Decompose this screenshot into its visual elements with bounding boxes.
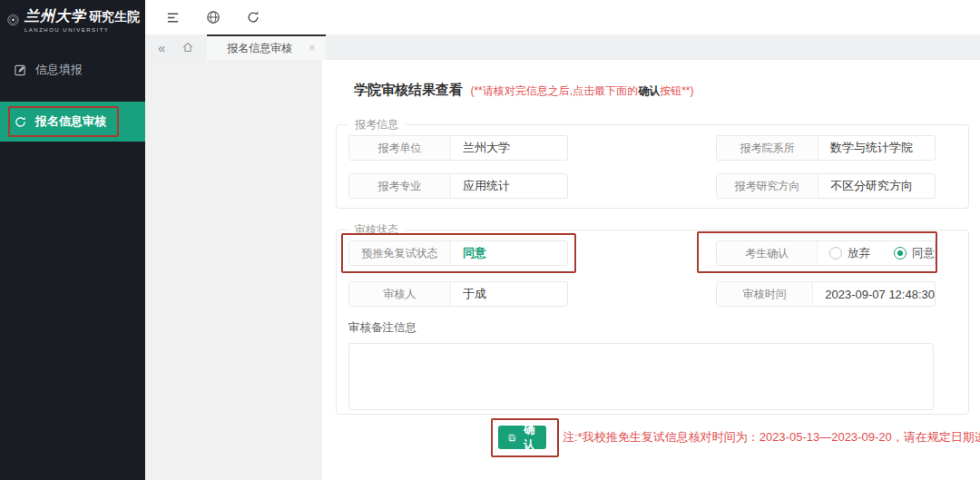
radio-agree[interactable]: 同意 (894, 246, 935, 261)
field-candidate-confirm: 考生确认 放弃 同意 (716, 240, 936, 266)
page-title: 学院审核结果查看 (354, 82, 463, 97)
tab-label: 报名信息审核 (227, 41, 292, 56)
home-icon[interactable] (181, 41, 194, 54)
collapse-tabs-icon[interactable]: « (158, 41, 165, 54)
pretest-status-value: 同意 (451, 241, 567, 265)
logo-en-name: LANZHOU UNIVERSITY (24, 27, 140, 33)
audit-status-legend: 审核状态 (348, 222, 406, 238)
audit-result-panel: 学院审核结果查看 (**请核对完信息之后,点击最下面的确认按钮**) 报考信息 … (322, 60, 980, 480)
collapse-menu-icon[interactable] (165, 10, 181, 25)
sidebar-item-info-fill[interactable]: 信息填报 (0, 53, 145, 87)
field-audit-time: 审核时间 2023-09-07 12:48:30 (716, 281, 936, 307)
globe-icon[interactable] (206, 10, 220, 24)
tab-audit[interactable]: 报名信息审核 × (207, 34, 326, 60)
sidebar-item-label: 报名信息审核 (35, 113, 106, 130)
remark-label: 审核备注信息 (348, 320, 968, 336)
apply-info-legend: 报考信息 (348, 117, 406, 132)
sidebar-item-audit[interactable]: 报名信息审核 (0, 102, 145, 142)
university-logo: 兰州大学研究生院 LANZHOU UNIVERSITY (0, 0, 145, 40)
sidebar-item-label: 信息填报 (35, 62, 83, 78)
footer-note: 注:*我校推免生复试信息核对时间为：2023-05-13—2023-09-20，… (563, 429, 980, 446)
sidebar-menu: 信息填报 报名信息审核 (0, 53, 145, 142)
apply-info-fieldset: 报考信息 报考单位 兰州大学 报考院系所 数学与统计学院 (336, 117, 969, 209)
top-toolbar (145, 0, 980, 34)
field-apply-department: 报考院系所 数学与统计学院 (716, 135, 936, 161)
field-apply-unit: 报考单位 兰州大学 (348, 135, 568, 161)
university-seal-icon (7, 5, 19, 34)
field-auditor: 审核人 于成 (348, 281, 568, 307)
field-pretest-status: 预推免复试状态 同意 (348, 240, 568, 266)
radio-agree-circle[interactable] (894, 247, 906, 260)
tab-bar: « 报名信息审核 × (145, 34, 980, 60)
footer-row: 确认 注:*我校推免生复试信息核对时间为：2023-05-13—2023-09-… (322, 426, 980, 449)
sidebar: 兰州大学研究生院 LANZHOU UNIVERSITY 信息填报 报名信息审核 (0, 0, 145, 480)
confirm-button[interactable]: 确认 (498, 426, 546, 449)
audit-status-fieldset: 审核状态 预推免复试状态 同意 考生确认 (336, 222, 969, 415)
title-note: (**请核对完信息之后,点击最下面的确认按钮**) (470, 84, 693, 97)
logo-cn-name: 兰州大学 (24, 7, 86, 24)
form-edit-icon (14, 64, 27, 77)
field-apply-major: 报考专业 应用统计 (348, 173, 568, 199)
title-row: 学院审核结果查看 (**请核对完信息之后,点击最下面的确认按钮**) (354, 82, 980, 99)
content-area: 学院审核结果查看 (**请核对完信息之后,点击最下面的确认按钮**) 报考信息 … (145, 60, 980, 480)
tab-close-icon[interactable]: × (309, 42, 315, 54)
refresh-icon[interactable] (246, 10, 260, 24)
app-window: 兰州大学研究生院 LANZHOU UNIVERSITY 信息填报 报名信息审核 (0, 0, 980, 480)
logo-unit-name: 研究生院 (89, 9, 140, 24)
audit-refresh-icon (14, 115, 27, 129)
radio-giveup[interactable]: 放弃 (829, 246, 870, 261)
radio-giveup-circle[interactable] (829, 247, 842, 260)
save-icon (508, 432, 516, 444)
field-apply-direction: 报考研究方向 不区分研究方向 (716, 173, 936, 199)
remark-textarea[interactable] (348, 343, 934, 410)
